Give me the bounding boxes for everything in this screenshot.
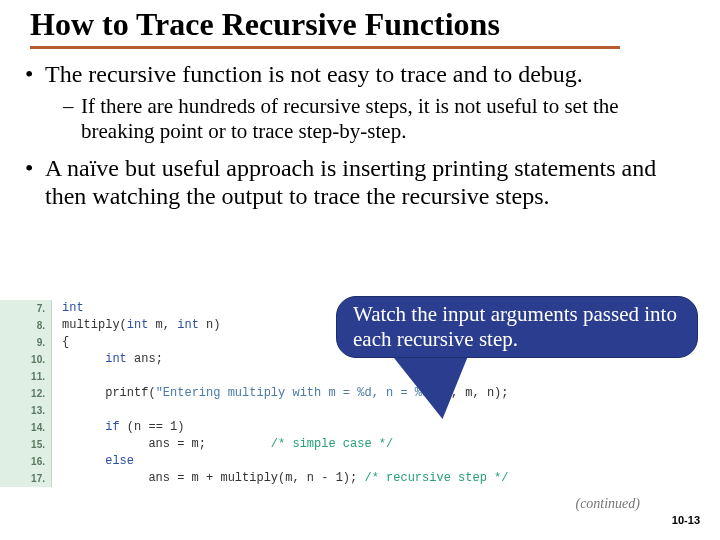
line-number: 12. xyxy=(0,385,52,402)
bullet-level1: • A naïve but useful approach is inserti… xyxy=(25,154,695,210)
line-number: 10. xyxy=(0,351,52,368)
bullet-level1: • The recursive function is not easy to … xyxy=(25,60,695,88)
callout-box: Watch the input arguments passed into ea… xyxy=(336,296,698,358)
title-underline xyxy=(30,46,620,49)
line-number: 7. xyxy=(0,300,52,317)
line-number: 11. xyxy=(0,368,52,385)
code-text: ans = m; /* simple case */ xyxy=(52,436,720,453)
slide-title: How to Trace Recursive Functions xyxy=(30,6,690,43)
slide: How to Trace Recursive Functions • The r… xyxy=(0,0,720,540)
bullet-level2: – If there are hundreds of recursive ste… xyxy=(63,94,695,144)
bullet-text: The recursive function is not easy to tr… xyxy=(45,60,695,88)
callout-text: Watch the input arguments passed into ea… xyxy=(353,302,681,352)
code-line: 16. else xyxy=(0,453,720,470)
line-number: 8. xyxy=(0,317,52,334)
line-number: 9. xyxy=(0,334,52,351)
line-number: 15. xyxy=(0,436,52,453)
code-line: 13. xyxy=(0,402,720,419)
bullet-marker: • xyxy=(25,154,45,210)
bullet-marker: • xyxy=(25,60,45,88)
line-number: 13. xyxy=(0,402,52,419)
code-text: if (n == 1) xyxy=(52,419,720,436)
code-line: 12. printf("Entering multiply with m = %… xyxy=(0,385,720,402)
code-line: 17. ans = m + multiply(m, n - 1); /* rec… xyxy=(0,470,720,487)
bullet-marker: – xyxy=(63,94,81,144)
line-number: 16. xyxy=(0,453,52,470)
code-line: 15. ans = m; /* simple case */ xyxy=(0,436,720,453)
page-number: 10-13 xyxy=(672,514,700,526)
code-text: ans = m + multiply(m, n - 1); /* recursi… xyxy=(52,470,720,487)
code-text: else xyxy=(52,453,720,470)
continued-label: (continued) xyxy=(575,496,640,512)
line-number: 17. xyxy=(0,470,52,487)
bullet-text: If there are hundreds of recursive steps… xyxy=(81,94,695,144)
bullet-text: A naïve but useful approach is inserting… xyxy=(45,154,695,210)
slide-body: • The recursive function is not easy to … xyxy=(25,60,695,216)
code-line: 14. if (n == 1) xyxy=(0,419,720,436)
line-number: 14. xyxy=(0,419,52,436)
